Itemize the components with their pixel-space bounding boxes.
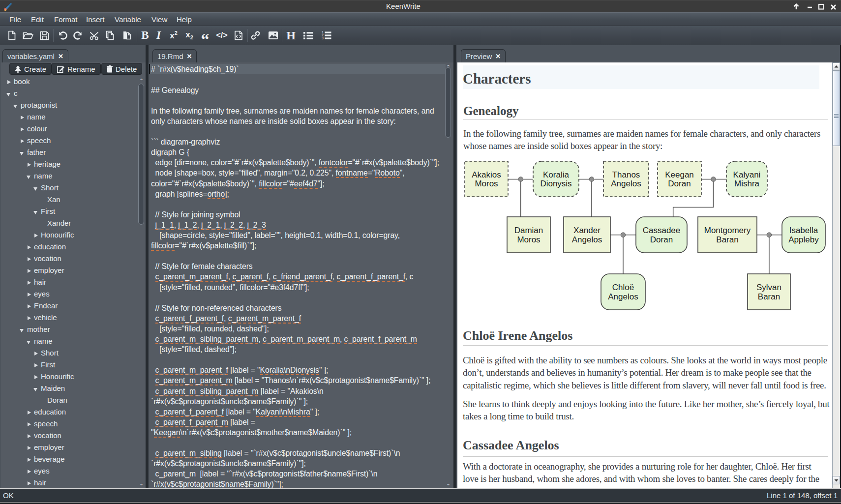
svg-text:Cassadee: Cassadee bbox=[643, 226, 681, 235]
svg-text:Keegan: Keegan bbox=[665, 170, 694, 179]
svg-text:Baran: Baran bbox=[758, 292, 780, 301]
svg-text:Kalyani: Kalyani bbox=[733, 170, 761, 179]
svg-text:Moros: Moros bbox=[517, 235, 540, 244]
svg-text:Doran: Doran bbox=[650, 235, 673, 244]
svg-text:3: 3 bbox=[322, 36, 324, 40]
svg-text:Angelos: Angelos bbox=[611, 179, 641, 188]
svg-text:Appleby: Appleby bbox=[788, 235, 819, 244]
svg-text:Sylvan: Sylvan bbox=[756, 283, 781, 292]
svg-text:Koralia: Koralia bbox=[543, 170, 569, 179]
svg-text:Moros: Moros bbox=[475, 179, 498, 188]
svg-text:Xander: Xander bbox=[573, 226, 601, 235]
svg-text:Doran: Doran bbox=[668, 179, 691, 188]
svg-text:Akakios: Akakios bbox=[472, 170, 501, 179]
svg-text:Dionysis: Dionysis bbox=[540, 179, 571, 188]
svg-text:Mishra: Mishra bbox=[734, 179, 760, 188]
svg-text:Thanos: Thanos bbox=[612, 170, 640, 179]
svg-text:Montgomery: Montgomery bbox=[704, 226, 751, 235]
svg-text:Angelos: Angelos bbox=[572, 235, 602, 244]
svg-text:Isabella: Isabella bbox=[789, 226, 818, 235]
svg-text:Angelos: Angelos bbox=[608, 292, 638, 301]
svg-text:Baran: Baran bbox=[716, 235, 738, 244]
svg-text:Chloë: Chloë bbox=[612, 283, 634, 292]
svg-text:Damian: Damian bbox=[514, 226, 543, 235]
